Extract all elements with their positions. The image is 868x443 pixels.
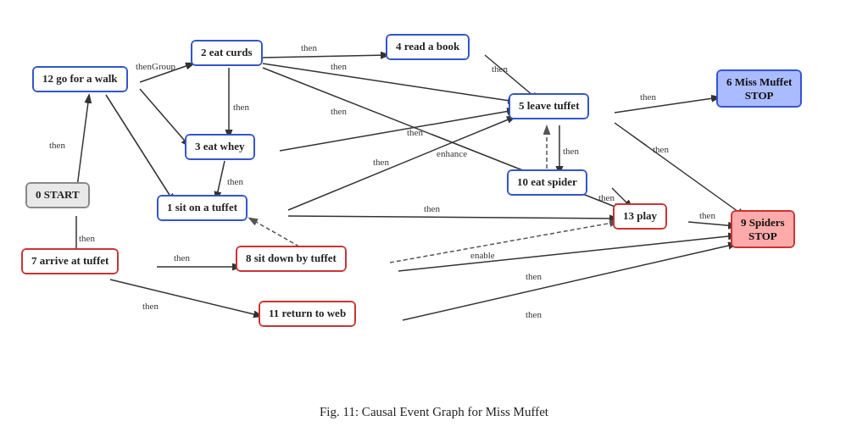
svg-line-20 (216, 161, 225, 199)
node-7: 7 arrive at tuffet (21, 248, 119, 274)
node-9: 9 SpidersSTOP (731, 210, 795, 248)
svg-text:then: then (233, 102, 249, 112)
svg-line-0 (76, 96, 89, 193)
svg-text:then: then (563, 146, 579, 156)
node-13: 13 play (613, 203, 667, 230)
svg-text:then: then (598, 192, 615, 202)
node-5: 5 leave tuffet (509, 93, 589, 119)
node-8: 8 sit down by tuffet (236, 246, 347, 272)
svg-line-40 (110, 280, 261, 316)
node-2: 2 eat curds (191, 40, 263, 66)
figure-caption: Fig. 11: Causal Event Graph for Miss Muf… (0, 398, 868, 423)
svg-line-6 (263, 55, 388, 58)
svg-line-18 (280, 110, 515, 151)
svg-text:then: then (653, 144, 669, 154)
node-12: 12 go for a walk (32, 66, 128, 92)
svg-line-24 (288, 216, 617, 219)
node-3: 3 eat whey (185, 134, 255, 160)
svg-text:then: then (331, 106, 347, 116)
svg-text:then: then (142, 301, 159, 311)
diagram: then then thenGroup then then then then … (0, 0, 868, 398)
node-start: 0 START (25, 182, 90, 208)
svg-line-16 (140, 89, 189, 146)
svg-text:then: then (492, 64, 508, 74)
node-1: 1 sit on a tuffet (157, 195, 248, 221)
svg-text:thenGroup: thenGroup (136, 61, 176, 71)
svg-line-44 (398, 235, 736, 271)
svg-text:then: then (640, 91, 656, 102)
svg-line-34 (688, 222, 736, 226)
svg-text:then: then (227, 176, 243, 186)
svg-line-36 (615, 123, 744, 216)
svg-line-10 (615, 97, 719, 113)
svg-text:then: then (79, 233, 95, 243)
node-4: 4 read a book (386, 34, 470, 60)
node-6: 6 Miss MuffetSTOP (716, 69, 802, 108)
svg-text:enable: enable (470, 250, 495, 260)
svg-text:then: then (526, 309, 542, 319)
svg-text:then: then (526, 271, 542, 281)
svg-text:then: then (301, 42, 317, 53)
svg-line-42 (390, 222, 617, 263)
svg-text:then: then (373, 157, 389, 167)
svg-text:then: then (424, 203, 440, 213)
svg-text:then: then (699, 210, 715, 220)
svg-line-17 (106, 95, 174, 202)
svg-line-12 (263, 64, 515, 102)
svg-text:then: then (407, 127, 423, 137)
svg-text:then: then (49, 140, 65, 150)
svg-text:enhance: enhance (437, 148, 467, 158)
svg-text:then: then (174, 252, 190, 263)
svg-line-22 (288, 117, 515, 210)
node-10: 10 eat spider (507, 169, 587, 196)
svg-line-46 (403, 244, 736, 320)
svg-line-4 (140, 64, 193, 82)
svg-text:then: then (331, 61, 347, 71)
node-11: 11 return to web (259, 301, 356, 327)
